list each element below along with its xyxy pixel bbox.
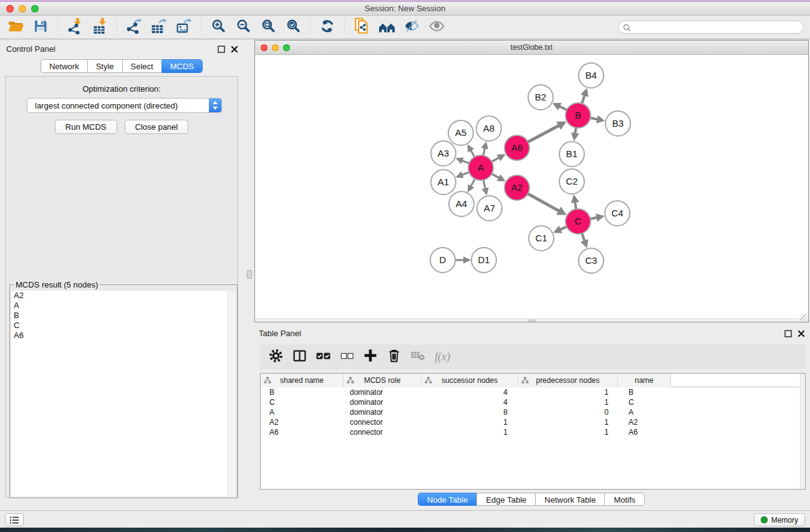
unchecked-pair-button[interactable] xyxy=(336,347,357,367)
task-history-button[interactable] xyxy=(5,513,24,526)
table-row[interactable]: A6connector11A6 xyxy=(261,427,805,437)
column-header-name[interactable]: name xyxy=(618,374,671,387)
edge-A2-C[interactable] xyxy=(528,194,560,211)
network-home-button[interactable] xyxy=(374,17,399,38)
share-document-button[interactable] xyxy=(349,17,374,38)
edge-C-C3[interactable] xyxy=(582,233,584,241)
add-plus-icon xyxy=(363,348,378,365)
column-header-successor-nodes[interactable]: successor nodes xyxy=(422,374,518,387)
table-delete-disabled-icon xyxy=(410,349,426,365)
node-label-A5: A5 xyxy=(455,127,466,138)
optimization-criterion-label: Optimization criterion: xyxy=(6,84,238,94)
column-header-MCDS-role[interactable]: MCDS role xyxy=(344,374,422,387)
node-label-C2: C2 xyxy=(566,176,577,186)
save-session-button[interactable] xyxy=(28,17,53,38)
preview-eye-button[interactable] xyxy=(424,17,449,38)
close-panel-icon[interactable] xyxy=(231,44,238,56)
close-panel-button[interactable]: Close panel xyxy=(125,120,189,134)
refresh-layout-button[interactable] xyxy=(315,17,340,38)
tab-node-table[interactable]: Node Table xyxy=(418,493,477,506)
edge-A-A4[interactable] xyxy=(471,179,475,187)
table-scrollbar[interactable] xyxy=(800,374,805,489)
result-scrollbar[interactable] xyxy=(228,291,236,496)
result-item[interactable]: A xyxy=(11,301,236,311)
edge-A-A5[interactable] xyxy=(470,150,475,157)
export-network-button[interactable] xyxy=(122,17,147,38)
edge-A-A3[interactable] xyxy=(461,160,469,163)
tab-network[interactable]: Network xyxy=(41,59,87,73)
table-cell: A6 xyxy=(618,427,671,437)
edge-A-A7[interactable] xyxy=(483,180,485,190)
tab-style[interactable]: Style xyxy=(87,59,122,73)
network-view-window: testGlobe.txt B4B2BB3A8A5A6A3B1AA1C2A2A4… xyxy=(254,40,809,322)
toolbar-separator xyxy=(310,18,311,37)
arrowhead xyxy=(581,88,589,97)
import-table-button[interactable] xyxy=(87,17,112,38)
table-row[interactable]: Adominator80A xyxy=(261,407,805,417)
network-hscrollbar[interactable] xyxy=(255,318,808,322)
table-cell: 1 xyxy=(422,417,518,427)
result-item[interactable]: A2 xyxy=(11,291,236,301)
edge-A6-B[interactable] xyxy=(528,125,560,142)
control-panel-tabs: NetworkStyleSelectMCDS xyxy=(41,59,203,73)
edge-B-B4[interactable] xyxy=(582,95,585,104)
result-item[interactable]: C xyxy=(11,321,236,331)
export-image-icon xyxy=(176,18,193,36)
edge-A-A1[interactable] xyxy=(461,172,469,175)
checked-pair-button[interactable] xyxy=(312,347,334,367)
result-item[interactable]: A6 xyxy=(11,331,236,341)
table-cell: A xyxy=(618,407,671,417)
float-panel-icon[interactable] xyxy=(784,329,792,340)
tab-mcds[interactable]: MCDS xyxy=(162,59,203,73)
split-view-button[interactable] xyxy=(289,347,310,367)
result-item[interactable]: B xyxy=(11,311,236,321)
export-table-button[interactable] xyxy=(147,17,171,38)
hide-panel-eye-button[interactable] xyxy=(399,17,424,38)
preview-eye-icon xyxy=(428,19,445,36)
hide-panel-eye-icon xyxy=(403,18,420,36)
delete-trash-button[interactable] xyxy=(383,347,405,367)
edge-A-A2[interactable] xyxy=(492,174,500,178)
column-header-shared-name[interactable]: shared name xyxy=(261,374,344,387)
network-canvas[interactable]: B4B2BB3A8A5A6A3B1AA1C2A2A4A7C4CC1C3DD1 xyxy=(255,55,808,322)
search-input[interactable] xyxy=(618,21,804,34)
zoom-in-button[interactable] xyxy=(206,17,231,38)
open-file-button[interactable] xyxy=(3,17,28,38)
optimization-criterion-select[interactable]: largest connected component (directed) xyxy=(27,98,222,113)
tab-network-table[interactable]: Network Table xyxy=(535,493,604,506)
table-row[interactable]: A2connector11A2 xyxy=(261,417,805,427)
memory-button[interactable]: Memory xyxy=(754,513,805,526)
float-panel-icon[interactable] xyxy=(218,44,225,56)
tab-select[interactable]: Select xyxy=(122,59,162,73)
mcds-result-list[interactable]: A2ABCA6 xyxy=(11,291,236,496)
node-label-D: D xyxy=(440,254,446,265)
toolbar-separator xyxy=(57,18,58,37)
table-row[interactable]: Bdominator41B xyxy=(261,387,805,397)
zoom-out-button[interactable] xyxy=(231,17,256,38)
main-toolbar xyxy=(0,16,810,39)
split-divider-handle[interactable] xyxy=(247,270,252,279)
table-tabs: Node TableEdge TableNetwork TableMotifs xyxy=(418,493,645,506)
edge-A-A8[interactable] xyxy=(483,147,485,155)
export-image-button[interactable] xyxy=(171,17,196,38)
run-mcds-button[interactable]: Run MCDS xyxy=(55,120,117,134)
column-gear-button[interactable] xyxy=(265,347,286,367)
arrowhead xyxy=(595,213,604,221)
column-header-predecessor-nodes[interactable]: predecessor nodes xyxy=(518,374,618,387)
close-panel-icon[interactable] xyxy=(798,329,805,340)
table-row[interactable]: Cdominator41C xyxy=(261,397,805,407)
zoom-selected-button[interactable] xyxy=(281,17,306,38)
open-file-icon xyxy=(7,18,24,36)
tab-edge-table[interactable]: Edge Table xyxy=(476,493,535,506)
edge-A-A6[interactable] xyxy=(492,157,500,162)
tab-motifs[interactable]: Motifs xyxy=(604,493,645,506)
node-label-A2: A2 xyxy=(511,182,523,193)
edge-B-B2[interactable] xyxy=(559,106,567,110)
zoom-fit-button[interactable] xyxy=(256,17,281,38)
table-cell: A6 xyxy=(261,427,344,437)
network-graph[interactable]: B4B2BB3A8A5A6A3B1AA1C2A2A4A7C4CC1C3DD1 xyxy=(255,55,808,322)
import-network-button[interactable] xyxy=(62,17,87,38)
window-resize-grip[interactable] xyxy=(800,314,808,321)
add-plus-button[interactable] xyxy=(360,347,381,367)
node-label-B4: B4 xyxy=(586,70,597,80)
